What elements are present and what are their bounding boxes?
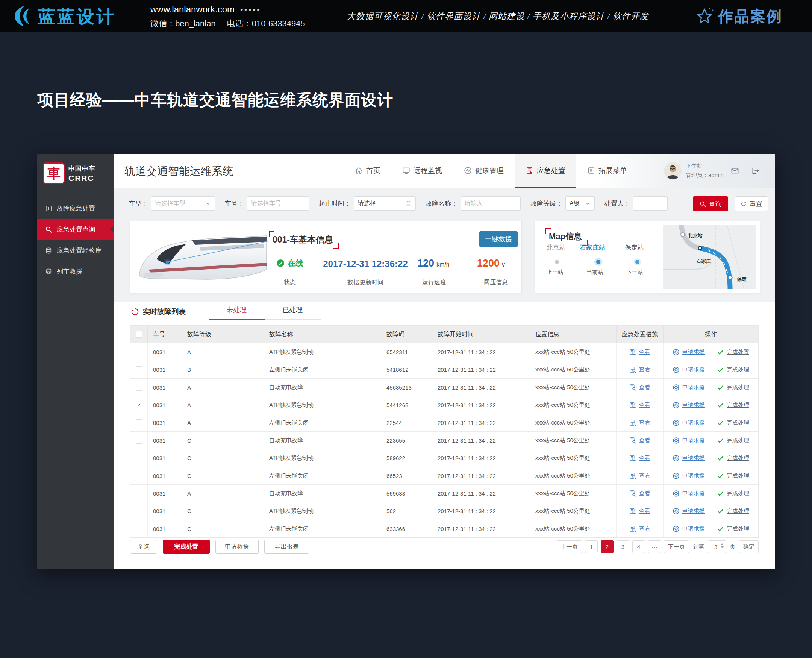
request-rescue-label: 申请求援 (682, 508, 705, 515)
one-key-rescue-button[interactable]: 一键救援 (479, 231, 518, 247)
mail-icon[interactable] (731, 166, 739, 175)
complete-link[interactable]: 完成处理 (717, 525, 749, 533)
select-all-button[interactable]: 全选 (130, 540, 157, 554)
check-icon (717, 472, 724, 479)
page-number-3[interactable]: 3 (616, 540, 629, 553)
goto-confirm-button[interactable]: 确定 (739, 540, 759, 553)
select-all-checkbox[interactable] (136, 331, 142, 338)
view-link[interactable]: 查看 (629, 366, 650, 373)
search-button[interactable]: 查询 (693, 196, 728, 212)
view-link[interactable]: 查看 (629, 490, 650, 497)
handler-input[interactable] (633, 196, 668, 211)
portfolio-cases[interactable]: 作品案例 (695, 6, 783, 27)
view-link[interactable]: 查看 (629, 384, 650, 391)
request-rescue-link[interactable]: 申请求援 (673, 490, 705, 497)
view-link[interactable]: 查看 (629, 508, 650, 515)
row-ops-cell: 申请求援完成处理 (663, 520, 758, 537)
request-rescue-link[interactable]: 申请求援 (673, 472, 705, 479)
complete-link[interactable]: 完成处理 (717, 384, 749, 391)
sidebar-item-列车救援[interactable]: 列车救援 (37, 261, 114, 282)
tab-processed[interactable]: 已处理 (264, 306, 321, 320)
export-report-button[interactable]: 导出报表 (264, 540, 310, 554)
logout-icon[interactable] (751, 166, 759, 175)
complete-handling-button[interactable]: 完成处置 (163, 540, 210, 554)
table-col-header: 故障开始时间 (432, 326, 530, 343)
apply-rescue-button[interactable]: 申请救援 (215, 540, 259, 554)
request-rescue-link[interactable]: 申请求援 (673, 366, 705, 373)
avatar[interactable] (664, 162, 682, 180)
complete-label: 完成处理 (727, 525, 749, 533)
view-link[interactable]: 查看 (629, 437, 650, 444)
page-next-button[interactable]: 下一页 (664, 540, 689, 553)
request-rescue-link[interactable]: 申请求援 (673, 437, 705, 444)
reset-button[interactable]: 重置 (735, 196, 768, 212)
complete-link[interactable]: 完成处理 (717, 454, 749, 462)
row-fault-name: ATP触发紧急制动 (264, 449, 381, 467)
table-row: 0031CATP触发紧急制动5622017-12-31 11 : 34 : 22… (130, 502, 758, 520)
active-item-notch (110, 226, 114, 232)
map-station-label: 保定 (737, 276, 746, 283)
nav-item-拓展菜单[interactable]: 拓展菜单 (576, 154, 638, 187)
request-rescue-link[interactable]: 申请求援 (673, 349, 705, 356)
view-link[interactable]: 查看 (629, 472, 650, 479)
nav-item-远程监视[interactable]: 远程监视 (391, 154, 453, 187)
sidebar-item-应急处置查询[interactable]: 应急处置查询 (37, 219, 114, 240)
nav-item-应急处置[interactable]: 应急处置 (515, 154, 576, 188)
nav-item-首页[interactable]: 首页 (344, 154, 391, 187)
complete-link[interactable]: 完成处理 (717, 366, 749, 373)
fault-level-select[interactable]: A级 (565, 196, 595, 211)
row-checkbox-cell (130, 361, 148, 378)
page-number-1[interactable]: 1 (585, 540, 598, 553)
time-range-picker[interactable]: 请选择 (354, 196, 416, 211)
view-link[interactable]: 查看 (629, 401, 650, 409)
page-number-···[interactable]: ··· (648, 540, 661, 553)
request-rescue-link[interactable]: 申请求援 (673, 525, 705, 533)
row-checkbox[interactable] (136, 384, 142, 391)
sidebar-item-应急处置经验库[interactable]: 应急处置经验库 (37, 240, 114, 261)
request-rescue-link[interactable]: 申请求援 (673, 401, 705, 409)
sidebar-item-故障应急处置[interactable]: 故障应急处置 (37, 198, 114, 219)
complete-link[interactable]: 完成处置 (717, 349, 749, 356)
table-col-header: 操作 (663, 326, 758, 343)
banner-services: 大数据可视化设计 / 软件界面设计 / 网站建设 / 手机及小程序设计 / 软件… (347, 11, 677, 22)
page-number-2[interactable]: 2 (601, 540, 613, 553)
complete-link[interactable]: 完成处理 (717, 419, 749, 426)
complete-link[interactable]: 完成处理 (717, 490, 749, 497)
complete-link[interactable]: 完成处理 (717, 508, 749, 515)
view-link[interactable]: 查看 (629, 349, 650, 356)
row-checkbox[interactable] (136, 419, 142, 426)
row-checkbox[interactable] (136, 366, 142, 373)
fault-name-input[interactable]: 请输入 (460, 196, 521, 211)
row-fault-level: C (182, 449, 264, 467)
train-status: 在线 (276, 258, 304, 268)
request-rescue-link[interactable]: 申请求援 (673, 508, 705, 515)
row-start-time: 2017-12-31 11 : 34 : 22 (432, 396, 530, 414)
row-checkbox[interactable] (136, 437, 142, 444)
car-type-select[interactable]: 请选择车型 (151, 196, 215, 211)
request-rescue-link[interactable]: 申请求援 (673, 454, 705, 462)
request-rescue-link[interactable]: 申请求援 (673, 419, 705, 426)
view-link[interactable]: 查看 (629, 419, 650, 426)
row-checkbox[interactable] (136, 349, 142, 355)
car-number-input[interactable]: 请选择车号 (247, 196, 309, 211)
page-number-4[interactable]: 4 (632, 540, 645, 553)
page-prev-button[interactable]: 上一页 (557, 540, 582, 553)
row-checkbox[interactable]: ✓ (136, 401, 142, 408)
tab-unprocessed[interactable]: 未处理 (209, 306, 264, 320)
banner-website-link[interactable]: www.lanlanwork.com (150, 4, 235, 15)
complete-link[interactable]: 完成处理 (717, 401, 749, 409)
view-link[interactable]: 查看 (629, 525, 650, 533)
goto-page-input[interactable]: 3 (708, 540, 726, 553)
request-rescue-link[interactable]: 申请求援 (673, 384, 705, 391)
nav-item-健康管理[interactable]: 健康管理 (453, 154, 515, 187)
complete-link[interactable]: 完成处理 (717, 437, 749, 444)
complete-label: 完成处置 (727, 349, 749, 356)
request-rescue-label: 申请求援 (682, 525, 705, 533)
goto-spinner-icon[interactable] (721, 543, 724, 548)
complete-link[interactable]: 完成处理 (717, 472, 749, 479)
row-car-number: 0031 (148, 520, 182, 537)
request-rescue-label: 申请求援 (682, 437, 705, 444)
complete-label: 完成处理 (727, 454, 749, 462)
table-row: 0031B左侧门未能关闭54186122017-12-31 11 : 34 : … (130, 360, 758, 378)
view-link[interactable]: 查看 (629, 454, 650, 462)
